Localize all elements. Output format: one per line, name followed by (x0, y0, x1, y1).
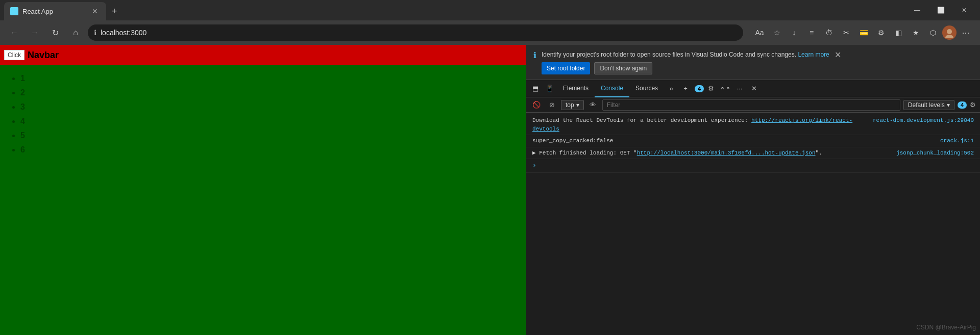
url-bar[interactable]: ℹ localhost:3000 (88, 24, 743, 41)
console-source-devtools[interactable]: react-dom.development.js:29840 (873, 116, 974, 133)
close-devtools-button[interactable]: ✕ (747, 82, 761, 96)
window-controls: — ⬜ ✕ (905, 0, 976, 20)
tab-console[interactable]: Console (595, 80, 629, 97)
url-info-icon: ℹ (94, 29, 96, 37)
console-badge: 4 (695, 85, 704, 92)
profile-avatar[interactable] (942, 25, 957, 40)
list-item: 4 (20, 114, 516, 128)
context-label: top (566, 101, 574, 109)
click-badge[interactable]: Click (4, 50, 24, 60)
block-icon[interactable]: ⊘ (546, 99, 558, 111)
toolbar-icons: Aa ☆ ↓ ≡ ⏱ ✂ 💳 ⚙ ◧ ★ ⬡ ··· (751, 24, 974, 41)
browser-tab[interactable]: React App ✕ (4, 2, 106, 20)
console-entry-caret: › (526, 159, 980, 173)
console-entry-crack: super_copy_cracked:false crack.js:1 (526, 135, 980, 147)
devtools-tabs: ⬒ 📱 Elements Console Sources » + 4 ⚙ ⚬⚬ … (526, 80, 980, 97)
dock-icon[interactable]: ⬒ (528, 82, 543, 96)
filter-input[interactable] (602, 99, 900, 111)
favorites-bar-icon[interactable]: ★ (908, 24, 924, 41)
downloads-icon[interactable]: ↓ (786, 24, 802, 41)
maximize-button[interactable]: ⬜ (929, 0, 952, 20)
wallet-icon[interactable]: 💳 (855, 24, 872, 41)
more-tabs-icon[interactable]: » (664, 82, 678, 96)
list-item: 2 (20, 86, 516, 100)
wallet2-icon[interactable]: ⬡ (925, 24, 941, 41)
console-message-fetch: ▶ Fetch finished loading: GET "http://lo… (532, 149, 892, 158)
mobile-icon[interactable]: 📱 (543, 82, 557, 96)
console-source-crack[interactable]: crack.js:1 (940, 137, 974, 145)
console-settings-icon[interactable]: ⚙ (970, 101, 976, 109)
favorites-icon[interactable]: ☆ (769, 24, 785, 41)
dont-show-again-button[interactable]: Don't show again (594, 62, 652, 74)
close-banner-button[interactable]: ✕ (835, 50, 841, 60)
extensions-icon[interactable]: ⚙ (873, 24, 889, 41)
tab-title: React App (22, 8, 86, 15)
more-options-button[interactable]: ··· (958, 24, 974, 41)
info-banner: ℹ Identify your project's root folder to… (526, 45, 980, 80)
info-actions: Set root folder Don't show again (542, 62, 829, 74)
screenshot-icon[interactable]: ✂ (838, 24, 854, 41)
close-window-button[interactable]: ✕ (952, 0, 976, 20)
tab-elements[interactable]: Elements (557, 80, 595, 97)
browser-window: React App ✕ + — ⬜ ✕ ← → ↻ ⌂ ℹ localhost:… (0, 0, 980, 335)
learn-more-link[interactable]: Learn more (798, 51, 829, 58)
url-text: localhost:3000 (101, 29, 737, 37)
fetch-link[interactable]: http://localhost:3000/main.3f106fd....ho… (637, 150, 816, 156)
more-devtools-icon[interactable]: ··· (732, 82, 747, 96)
dropdown-arrow: ▾ (576, 101, 579, 109)
console-output: Download the React DevTools for a better… (526, 113, 980, 335)
list-item: 6 (20, 143, 516, 157)
list: 123456 (10, 71, 516, 157)
devtools-panel: ℹ Identify your project's root folder to… (526, 45, 980, 335)
console-entry-fetch: ▶ Fetch finished loading: GET "http://lo… (526, 147, 980, 160)
context-selector[interactable]: top ▾ (561, 100, 584, 110)
reading-mode-icon[interactable]: Aa (751, 24, 768, 41)
set-root-folder-button[interactable]: Set root folder (542, 62, 590, 74)
collections-icon[interactable]: ≡ (803, 24, 820, 41)
list-item: 1 (20, 71, 516, 86)
info-message: Identify your project's root folder to o… (542, 51, 796, 58)
console-entry-devtools: Download the React DevTools for a better… (526, 115, 980, 135)
devtools-link[interactable]: http://reactjs.org/link/react-devtools (532, 117, 852, 132)
svg-point-2 (945, 35, 953, 38)
info-icon: ℹ (533, 50, 536, 60)
list-area: 123456 (0, 65, 526, 335)
back-button[interactable]: ← (6, 24, 22, 41)
info-text: Identify your project's root folder to o… (542, 50, 829, 59)
new-tab-button[interactable]: + (106, 3, 122, 19)
minimize-button[interactable]: — (905, 0, 929, 20)
customize-icon[interactable]: ⚬⚬ (718, 82, 732, 96)
list-item: 3 (20, 100, 516, 114)
title-bar: React App ✕ + — ⬜ ✕ (0, 0, 980, 20)
tab-close-button[interactable]: ✕ (90, 6, 100, 16)
browser-viewport: Click Navbar 123456 (0, 45, 526, 335)
watermark: CSDN @Brave-AirPig (916, 324, 976, 331)
console-message-crack: super_copy_cracked:false (532, 137, 936, 145)
main-content: Click Navbar 123456 ℹ Identify your proj… (0, 45, 980, 335)
tab-sources[interactable]: Sources (629, 80, 664, 97)
refresh-button[interactable]: ↻ (47, 24, 63, 41)
log-levels-label: Default levels (908, 101, 945, 109)
console-message-devtools: Download the React DevTools for a better… (532, 116, 869, 133)
sidebar-icon[interactable]: ◧ (890, 24, 906, 41)
list-item: 5 (20, 128, 516, 143)
svg-point-1 (947, 29, 952, 34)
tab-favicon (10, 7, 18, 15)
info-content: Identify your project's root folder to o… (542, 50, 829, 74)
svg-point-0 (12, 9, 17, 14)
log-levels-selector[interactable]: Default levels ▾ (903, 100, 954, 110)
console-caret[interactable]: › (532, 161, 536, 171)
settings-icon[interactable]: ⚙ (704, 82, 718, 96)
add-tab-icon[interactable]: + (678, 82, 693, 96)
tab-bar: React App ✕ + (4, 0, 903, 20)
console-source-fetch[interactable]: jsonp_chunk_loading:502 (896, 149, 974, 158)
history-icon[interactable]: ⏱ (821, 24, 837, 41)
clear-console-icon[interactable]: 🚫 (530, 99, 543, 111)
navbar: Click Navbar (0, 45, 526, 65)
console-toolbar: 🚫 ⊘ top ▾ 👁 Default levels ▾ 4 ⚙ (526, 97, 980, 113)
forward-button[interactable]: → (27, 24, 43, 41)
navbar-title: Navbar (28, 50, 59, 61)
eye-icon[interactable]: 👁 (587, 99, 599, 111)
address-bar: ← → ↻ ⌂ ℹ localhost:3000 Aa ☆ ↓ ≡ ⏱ ✂ 💳 … (0, 20, 980, 45)
home-button[interactable]: ⌂ (67, 24, 84, 41)
